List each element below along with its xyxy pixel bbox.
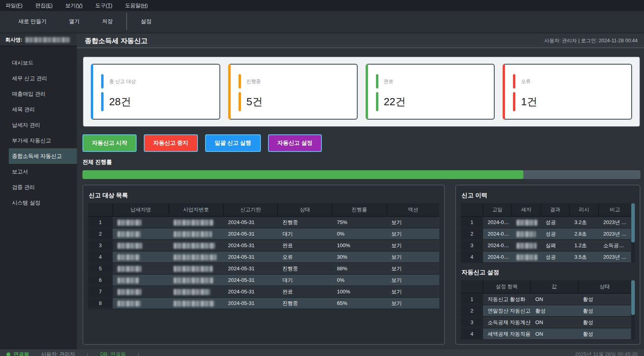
table-cell: ON	[530, 293, 578, 305]
column-header: 사업자번호	[169, 203, 223, 216]
table-cell	[512, 251, 541, 263]
sidebar-item-reports[interactable]: 보고서	[9, 164, 77, 179]
settings-table-wrap: 설정 항목값상태1자동신고 활성화ON활성2연말정산 자동신고활성활성3소득공제…	[461, 280, 635, 340]
view-action-link[interactable]: 보기	[387, 216, 439, 228]
stat-card-value: 28건	[109, 95, 131, 109]
table-header-row: 납세자명사업자번호신고기한상태진행률액션	[88, 203, 439, 216]
toolbar-group-settings: 설정	[129, 14, 162, 29]
stat-card-value-row: 1건	[513, 90, 631, 113]
table-cell	[169, 228, 223, 240]
menu-bar: 파일(F)편집(E)보기(V)도구(T)도움말(H)	[0, 0, 644, 11]
auto-filing-settings-button[interactable]: 자동신고 설정	[268, 134, 322, 152]
table-cell: 소득공…	[599, 240, 631, 251]
target-list-panel: 신고 대상 목록 납세자명사업자번호신고기한상태진행률액션12024-05-31…	[82, 185, 445, 345]
stat-accent-bar-icon	[101, 92, 104, 111]
table-scrollbar-thumb[interactable]	[631, 280, 635, 315]
table-cell	[169, 263, 223, 274]
sidebar-item-income-tax-auto-filing[interactable]: 종합소득세 자동신고	[9, 148, 77, 164]
sidebar-item-dashboard[interactable]: 대시보드	[9, 55, 77, 71]
status-separator-2: |	[138, 352, 139, 356]
table-cell: ON	[530, 317, 578, 328]
toolbar-button-new[interactable]: 새로 만들기	[7, 14, 58, 29]
table-cell: 2024-05-31	[223, 228, 278, 240]
table-cell	[512, 216, 541, 228]
view-action-link[interactable]: 보기	[387, 228, 439, 240]
view-action-link[interactable]: 보기	[387, 251, 439, 263]
masked-text	[117, 231, 141, 237]
row-index: 4	[461, 251, 483, 263]
column-header: 진행률	[332, 203, 387, 216]
sidebar-item-taxpayer-management[interactable]: 납세자 관리	[9, 117, 77, 133]
row-index: 5	[88, 263, 113, 274]
table-cell: 완료	[278, 286, 332, 297]
table-cell: 2023년 …	[599, 251, 631, 263]
table-scrollbar[interactable]	[631, 203, 635, 263]
table-cell: 2023년 …	[599, 216, 631, 228]
sidebar-item-validation-management[interactable]: 검증 관리	[9, 179, 77, 195]
menu-item-file[interactable]: 파일(F)	[6, 2, 23, 9]
table-cell: 100%	[332, 240, 387, 251]
table-cell: 88%	[332, 263, 387, 274]
table-row: 32024-0…실패1.2초소득공…	[461, 240, 631, 251]
stat-card-label-row: 진행중	[239, 73, 357, 90]
stat-accent-bar-icon	[376, 92, 378, 111]
row-index: 1	[88, 216, 113, 228]
table-cell	[512, 240, 541, 251]
table-cell: 연말정산 자동신고	[483, 305, 531, 317]
stat-card-label-row: 총 신고 대상	[101, 73, 219, 90]
view-action-link[interactable]: 보기	[387, 297, 439, 309]
overall-progress-fill	[82, 170, 523, 179]
toolbar-button-open[interactable]: 열기	[58, 14, 91, 29]
stat-card-label: 총 신고 대상	[109, 78, 136, 85]
sidebar-item-vat-auto-filing[interactable]: 부가세 자동신고	[9, 133, 77, 148]
table-header-row: 고일세자결과리시비고	[461, 203, 631, 216]
table-cell: 0%	[332, 228, 387, 240]
masked-text	[117, 277, 139, 283]
run-batch-filing-button[interactable]: 일괄 신고 실행	[205, 134, 261, 152]
stat-card-value-row: 5건	[239, 90, 357, 113]
masked-text	[174, 220, 213, 226]
stat-card-value-row: 28건	[101, 90, 219, 113]
table-row: 12024-0…성공3.2초2023년 …	[461, 216, 631, 228]
view-action-link[interactable]: 보기	[387, 286, 439, 297]
stat-cards-container: 총 신고 대상28건진행중5건완료22건오류1건	[82, 56, 640, 127]
stat-card-value-row: 22건	[376, 90, 494, 113]
toolbar-button-save[interactable]: 저장	[91, 14, 124, 29]
stat-accent-bar-icon	[239, 74, 241, 89]
menu-item-help[interactable]: 도움말(H)	[125, 2, 148, 9]
masked-text	[517, 254, 537, 260]
sidebar-item-tax-item-management[interactable]: 세목 관리	[9, 102, 77, 117]
table-row: 22024-0…성공2.8초2023년 …	[461, 228, 631, 240]
table-cell	[113, 297, 169, 309]
menu-item-view[interactable]: 보기(V)	[65, 2, 82, 9]
table-row: 42024-0…성공3.5초2023년 …	[461, 251, 631, 263]
view-action-link[interactable]: 보기	[387, 274, 439, 286]
table-cell: 대기	[278, 274, 332, 286]
row-index: 6	[88, 274, 113, 286]
menu-item-tools[interactable]: 도구(T)	[95, 2, 112, 9]
sidebar-item-sales-purchase-management[interactable]: 매출매입 관리	[9, 86, 77, 102]
table-scrollbar-thumb[interactable]	[631, 203, 635, 242]
stop-auto-filing-button[interactable]: 자동신고 중지	[144, 134, 198, 152]
toolbar: 새로 만들기열기저장 설정	[0, 11, 644, 32]
sidebar-nav: 대시보드세무 신고 관리매출매입 관리세목 관리납세자 관리부가세 자동신고종합…	[0, 55, 77, 210]
toolbar-button-settings[interactable]: 설정	[129, 14, 162, 29]
column-header	[88, 203, 113, 216]
stat-card-label-row: 완료	[376, 73, 494, 90]
table-cell	[113, 274, 169, 286]
view-action-link[interactable]: 보기	[387, 263, 439, 274]
table-row: 22024-05-31대기0%보기	[88, 228, 439, 240]
sidebar-item-system-settings[interactable]: 시스템 설정	[9, 195, 77, 210]
table-row: 4세액공제 자동적용ON활성	[461, 328, 631, 340]
table-cell: 2024-05-31	[223, 274, 278, 286]
connection-status: 연결됨	[6, 351, 29, 356]
menu-item-edit[interactable]: 편집(E)	[35, 2, 53, 9]
table-cell: 2024-0…	[483, 240, 512, 251]
start-auto-filing-button[interactable]: 자동신고 시작	[82, 134, 137, 152]
connection-status-text: 연결됨	[14, 351, 29, 356]
view-action-link[interactable]: 보기	[387, 240, 439, 251]
stat-accent-bar-icon	[513, 92, 515, 111]
masked-text	[517, 243, 536, 249]
sidebar-item-tax-filing-management[interactable]: 세무 신고 관리	[9, 71, 77, 86]
table-scrollbar[interactable]	[631, 280, 635, 340]
